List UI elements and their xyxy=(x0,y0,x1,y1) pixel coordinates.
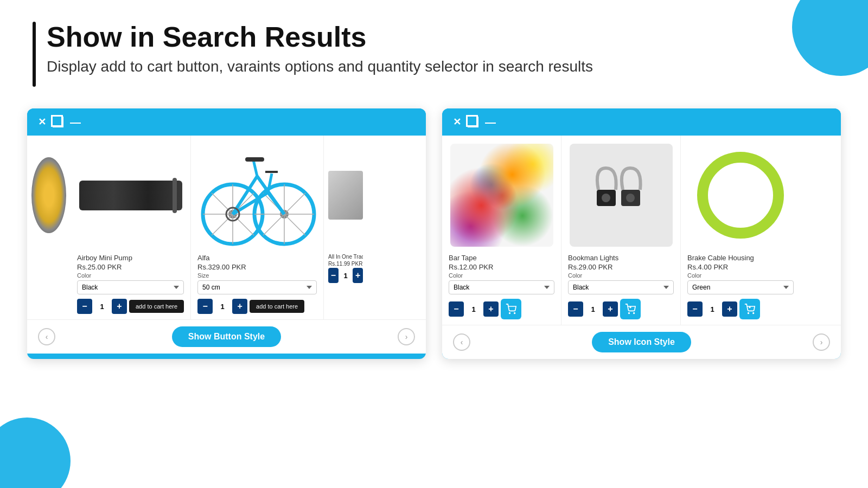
lights-qty-minus[interactable]: − xyxy=(568,301,583,317)
left-partial-card xyxy=(27,136,71,319)
pump-qty-plus[interactable]: + xyxy=(112,299,127,314)
bartape-image-area xyxy=(449,141,554,249)
svg-line-23 xyxy=(268,192,284,214)
bartape-variant-select[interactable]: Black xyxy=(449,280,554,294)
left-product-card-bike: Alfa Rs.329.00 PKR Size 50 cm − 1 + add … xyxy=(191,136,324,319)
right-browser-content: Bar Tape Rs.12.00 PKR Color Black − 1 + xyxy=(442,136,841,325)
deco-circle-bottom-left xyxy=(0,418,71,488)
bartape-qty-minus[interactable]: − xyxy=(449,301,464,317)
pump-price: Rs.25.00 PKR xyxy=(77,263,184,271)
lights-cart-controls: − 1 + xyxy=(568,299,674,319)
bike-qty-display: 1 xyxy=(215,299,230,314)
padlock-svg xyxy=(589,157,654,233)
cable-image xyxy=(689,144,792,247)
cable-cart-controls: − 1 + xyxy=(687,299,794,319)
left-close-icon[interactable]: ✕ xyxy=(38,116,46,128)
svg-point-30 xyxy=(509,313,510,314)
bartape-price: Rs.12.00 PKR xyxy=(449,263,554,271)
pump-add-to-cart[interactable]: add to cart here xyxy=(129,300,184,313)
cable-variant-select[interactable]: Green xyxy=(687,280,794,294)
svg-point-35 xyxy=(626,194,635,202)
svg-line-25 xyxy=(253,160,257,176)
cable-qty-plus[interactable]: + xyxy=(722,301,737,317)
pump-image-area xyxy=(77,141,184,249)
lights-qty-plus[interactable]: + xyxy=(603,301,618,317)
track-cart-controls-partial: − 1 + xyxy=(328,268,363,283)
svg-line-17 xyxy=(284,193,305,214)
track-qty-minus-partial[interactable]: − xyxy=(328,268,339,283)
pump-name: Airboy Mini Pump xyxy=(77,254,184,262)
left-partial-image xyxy=(31,141,66,249)
svg-line-18 xyxy=(263,214,284,235)
bartape-cart-controls: − 1 + xyxy=(449,299,554,319)
bike-image xyxy=(197,144,317,247)
bike-add-to-cart[interactable]: add to cart here xyxy=(250,300,304,313)
track-image-area-partial xyxy=(328,141,363,249)
left-product-card-pump: Airboy Mini Pump Rs.25.00 PKR Color Blac… xyxy=(71,136,191,319)
cart-icon-cable xyxy=(744,304,755,314)
bike-qty-minus[interactable]: − xyxy=(197,299,213,314)
cable-cart-icon-btn[interactable] xyxy=(739,299,760,319)
cable-name: Brake Cable Housing xyxy=(687,254,794,262)
right-browser-bottom: ‹ Show Icon Style › xyxy=(442,325,841,359)
gear-image xyxy=(31,157,66,233)
cable-coil-shape xyxy=(697,152,784,239)
cable-price: Rs.4.00 PKR xyxy=(687,263,794,271)
right-prev-icon: ‹ xyxy=(461,338,463,346)
left-product-grid: Airboy Mini Pump Rs.25.00 PKR Color Blac… xyxy=(27,136,426,319)
pump-qty-minus[interactable]: − xyxy=(77,299,92,314)
lights-variant-select[interactable]: Black xyxy=(568,280,674,294)
right-prev-arrow[interactable]: ‹ xyxy=(453,333,470,351)
header-section: Show in Search Results Display add to ca… xyxy=(0,0,868,98)
left-browser-content: Airboy Mini Pump Rs.25.00 PKR Color Blac… xyxy=(27,136,426,319)
right-product-card-lights: Bookman Lights Rs.29.00 PKR Color Black … xyxy=(561,136,681,325)
svg-line-8 xyxy=(212,214,233,235)
right-minimize-icon[interactable]: — xyxy=(485,117,496,127)
lights-qty-display: 1 xyxy=(585,301,601,317)
track-qty-partial: 1 xyxy=(341,268,351,283)
lights-cart-icon-btn[interactable] xyxy=(620,299,641,319)
lights-name: Bookman Lights xyxy=(568,254,674,262)
bartape-cart-icon-btn[interactable] xyxy=(501,299,521,319)
bike-name: Alfa xyxy=(197,254,317,262)
svg-point-31 xyxy=(514,313,515,314)
padlock-image xyxy=(570,144,673,247)
bike-variant-select[interactable]: 50 cm xyxy=(197,280,317,294)
bike-variant-label: Size xyxy=(197,272,317,279)
page-subtitle: Display add to cart button, varaints opt… xyxy=(47,58,593,75)
left-minimize-icon[interactable]: — xyxy=(70,117,81,127)
left-prev-arrow[interactable]: ‹ xyxy=(38,328,55,345)
right-next-arrow[interactable]: › xyxy=(813,333,830,351)
cable-image-area xyxy=(687,141,794,249)
right-close-icon[interactable]: ✕ xyxy=(453,116,461,128)
left-maximize-icon[interactable] xyxy=(53,117,63,127)
svg-point-40 xyxy=(748,313,749,314)
right-browser-window: ✕ — Bar Tape Rs.12.00 PKR Color Black xyxy=(442,108,841,359)
svg-line-6 xyxy=(212,193,233,214)
svg-point-34 xyxy=(602,194,610,202)
left-style-button[interactable]: Show Button Style xyxy=(172,326,281,347)
track-name-partial: All In One Track xyxy=(328,254,363,260)
track-price-partial: Rs.11.99 PKR xyxy=(328,261,363,267)
stem-image xyxy=(328,171,363,220)
svg-line-27 xyxy=(268,174,272,192)
bike-image-area xyxy=(197,141,317,249)
cable-qty-minus[interactable]: − xyxy=(687,301,703,317)
cable-variant-label: Color xyxy=(687,272,794,279)
right-maximize-icon[interactable] xyxy=(468,117,478,127)
bike-cart-controls: − 1 + add to cart here xyxy=(197,299,317,314)
pump-image xyxy=(79,181,182,210)
left-next-arrow[interactable]: › xyxy=(398,328,415,345)
right-product-card-bartape: Bar Tape Rs.12.00 PKR Color Black − 1 + xyxy=(442,136,561,325)
bike-qty-plus[interactable]: + xyxy=(232,299,247,314)
bartape-name: Bar Tape xyxy=(449,254,554,262)
track-qty-plus-partial[interactable]: + xyxy=(353,268,363,283)
pump-variant-select[interactable]: Black xyxy=(77,280,184,294)
pump-qty-display: 1 xyxy=(94,299,110,314)
bike-price: Rs.329.00 PKR xyxy=(197,263,317,271)
right-style-button[interactable]: Show Icon Style xyxy=(592,332,691,352)
left-next-icon: › xyxy=(405,332,408,341)
bartape-qty-plus[interactable]: + xyxy=(483,301,499,317)
right-next-icon: › xyxy=(820,338,823,346)
left-prev-icon: ‹ xyxy=(46,332,48,341)
